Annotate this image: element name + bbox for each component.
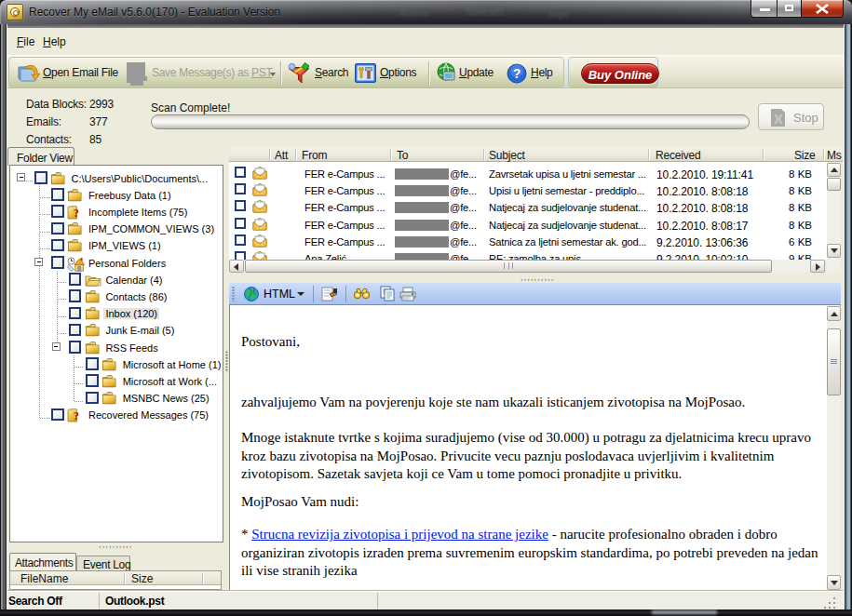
- svg-text:?: ?: [74, 206, 79, 219]
- svg-text:?: ?: [74, 409, 79, 422]
- svg-text:?: ?: [513, 66, 521, 81]
